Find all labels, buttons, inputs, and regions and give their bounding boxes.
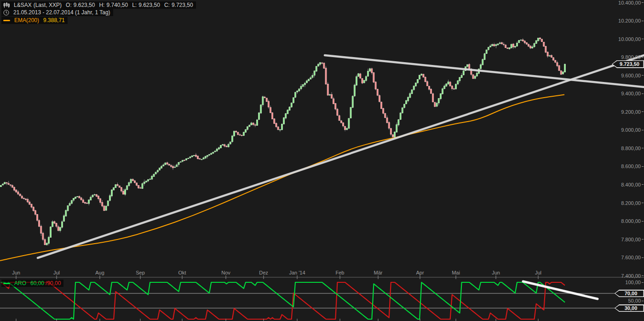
high-value: 9.740,50 bbox=[106, 2, 128, 8]
time-axis-label: Jul bbox=[46, 270, 68, 275]
price-axis-label: 8.600,00 bbox=[621, 163, 644, 169]
price-axis-label: 9.600,00 bbox=[621, 73, 644, 78]
aroon-legend[interactable]: ARO 60,00 /90,00 bbox=[1, 280, 63, 287]
aroon-indicator-lines[interactable] bbox=[1, 282, 565, 319]
support-trendline[interactable] bbox=[38, 55, 644, 258]
price-axis-label: 10.400,00 bbox=[618, 0, 644, 6]
close-value: 9.723,50 bbox=[172, 2, 193, 8]
time-axis-label: Mai bbox=[445, 270, 467, 275]
close-label: C: bbox=[164, 2, 170, 8]
drawn-trendlines[interactable] bbox=[38, 55, 644, 299]
price-axis-label: 10.000,00 bbox=[618, 36, 644, 42]
low-label: L: bbox=[132, 2, 137, 8]
candlestick-chart-icon bbox=[3, 2, 10, 8]
ema-legend[interactable]: EMA(200) 9.388,71 bbox=[1, 17, 68, 24]
time-axis-label: Aug bbox=[89, 270, 111, 275]
symbol-title-row: L&SAX (Last, XXP) O:9.623,50 H:9.740,50 … bbox=[1, 1, 196, 9]
last-price-tag: 9.723,50 bbox=[612, 60, 644, 68]
price-axis-label: 8.800,00 bbox=[621, 146, 644, 151]
aroon-legend-name: ARO bbox=[14, 280, 26, 286]
date-range-row: 21.05.2013 - 22.07.2014 (1 Jahr, 1 Tag) bbox=[1, 9, 113, 16]
chart-window: L&SAX (Last, XXP) O:9.623,50 H:9.740,50 … bbox=[0, 0, 644, 321]
price-axis-label: 9.400,00 bbox=[621, 91, 644, 96]
ema-legend-name: EMA(200) bbox=[14, 17, 39, 23]
time-axis-label: Jul bbox=[527, 270, 549, 275]
price-axis-label: 8.200,00 bbox=[621, 200, 644, 206]
indicator-level-tag: 30,00 bbox=[615, 304, 644, 312]
price-axis-label: 9.200,00 bbox=[621, 109, 644, 115]
time-axis-label: Nov bbox=[215, 270, 237, 275]
aroon-up-value: 60,00 bbox=[30, 280, 44, 286]
date-range-text: 21.05.2013 - 22.07.2014 (1 Jahr, 1 Tag) bbox=[13, 9, 110, 16]
aroon-line-swatch bbox=[3, 283, 10, 284]
price-axis-label: 7.800,00 bbox=[621, 237, 644, 242]
clock-icon bbox=[3, 10, 9, 16]
indicator-axis-label: 100,00 bbox=[625, 280, 644, 285]
indicator-level-tag-value: 70,00 bbox=[615, 291, 644, 297]
aroon-up-line bbox=[1, 282, 565, 319]
time-axis-label: Okt bbox=[171, 270, 193, 275]
time-axis-label: Apr bbox=[409, 270, 431, 275]
time-axis-label: Jan '14 bbox=[286, 270, 308, 275]
open-label: O: bbox=[66, 2, 72, 8]
ema-line[interactable] bbox=[0, 94, 564, 261]
price-axis-label: 8.000,00 bbox=[621, 218, 644, 224]
time-axis-label: Sep bbox=[129, 270, 151, 275]
quote-type: (Last, XXP) bbox=[34, 2, 62, 8]
time-axis-label: Feb bbox=[329, 270, 351, 275]
ema-legend-value: 9.388,71 bbox=[43, 17, 65, 23]
price-axis-label: 7.600,00 bbox=[621, 255, 644, 260]
time-axis-label: Mär bbox=[367, 270, 389, 275]
last-price-tag-value: 9.723,50 bbox=[613, 61, 644, 67]
indicator-trendline[interactable] bbox=[523, 281, 598, 299]
indicator-level-tag: 70,00 bbox=[615, 290, 644, 297]
price-axis-label: 9.000,00 bbox=[621, 127, 644, 133]
indicator-axis-label: 50,00 bbox=[628, 298, 644, 303]
ema-200-line bbox=[0, 94, 564, 261]
time-axis-label: Jun bbox=[485, 270, 507, 275]
price-axis-label: 9.800,00 bbox=[621, 54, 644, 60]
low-value: 9.623,50 bbox=[138, 2, 160, 8]
time-axis-label: Jun bbox=[5, 270, 27, 275]
symbol-name: L&SAX bbox=[14, 2, 32, 8]
high-label: H: bbox=[99, 2, 104, 8]
aroon-down-value: /90,00 bbox=[46, 280, 61, 286]
time-axis-label: Dez bbox=[253, 270, 275, 275]
indicator-level-tag-value: 30,00 bbox=[615, 305, 644, 311]
ema-line-swatch bbox=[3, 20, 10, 21]
price-axis-label: 8.400,00 bbox=[621, 182, 644, 187]
open-value: 9.623,50 bbox=[74, 2, 95, 8]
price-axis-label: 10.200,00 bbox=[618, 18, 644, 23]
price-axis-label: 7.400,00 bbox=[621, 273, 644, 279]
